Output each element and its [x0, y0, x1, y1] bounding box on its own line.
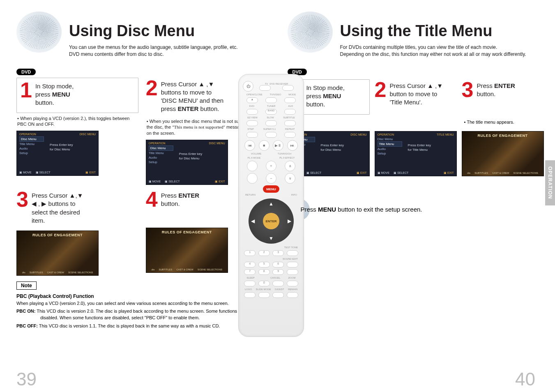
step3-c: select the desired [32, 209, 80, 216]
page-subtitle-b: Depending on the disc, this function may… [340, 51, 526, 58]
osd-exit: EXIT [360, 171, 367, 174]
osd-select: SELECT [168, 180, 180, 183]
osd-disc-menu: OPERATIONDISC MENU Disc Menu Title Menu … [16, 131, 99, 176]
step3-a: Press Cursor ▲,▼ [32, 192, 83, 199]
arrow-down-icon: ▼ [269, 235, 274, 241]
remote-eject-btn: ▲ [246, 97, 258, 103]
remote-info-label: INFO [291, 194, 297, 196]
remote-sleep-btn [244, 281, 256, 286]
remote-return-label: RETURN [245, 194, 256, 196]
movie-cap: dts [151, 268, 154, 271]
osd-top-right: DISC MENU [80, 133, 96, 136]
remote-remain-label: REMAIN [288, 288, 297, 291]
exit-tip-b: button to exit the setup screen. [336, 206, 422, 213]
step1-bold: MENU [52, 91, 70, 98]
osd-select: SELECT [310, 171, 321, 174]
movie-cap: CAST & CREW [492, 172, 509, 174]
remote-ch-up-btn: ∧ [285, 161, 295, 171]
remote-sleep-label: SLEEP [247, 277, 255, 279]
r-step-2: 2 Press Cursor ▲ ,▼ button to move to 'T… [375, 79, 457, 115]
movie-thumbnail: RULES OF ENGAGEMENT dts SUBTITLES CAST &… [16, 231, 99, 276]
step-1: 1 In Stop mode, press MENU button. • Whe… [16, 78, 138, 185]
osd-hint-a: Press Enter key [179, 152, 202, 156]
remote-num-9: 9 [272, 269, 284, 275]
r-step-3: 3 Press ENTER button. [462, 79, 544, 115]
remote-remain-btn [287, 292, 298, 298]
movie-cap: SCENE SELECTIONS [198, 268, 222, 271]
rstep1-a: In Stop mode, [306, 84, 344, 91]
osd-top-right: DISC MENU [350, 133, 366, 136]
step-3: 3 Press Cursor ▲,▼ ◀ , ▶ buttons to sele… [16, 189, 138, 276]
remote-dsp-btn [287, 269, 298, 275]
remote-logo-label: LOGO [245, 288, 252, 291]
step4-bold: ENTER [178, 192, 199, 199]
step4-a: Press [161, 192, 179, 199]
page-subtitle-b: DVD menu contents differ from disc to di… [69, 51, 238, 58]
rstep2-b: button to move to [389, 90, 437, 97]
right-header: Using the Title Menu For DVDs containing… [288, 12, 536, 58]
movie-cap: CAST & CREW [176, 268, 193, 271]
remote-next-btn: ⏭ [287, 140, 298, 151]
pbc-on-b: disabled. When some functions are disabl… [16, 315, 268, 321]
remote-num-6: 6 [272, 262, 284, 267]
remote-num-0: 0 [258, 281, 270, 286]
remote-band-btn: BAND [265, 109, 277, 115]
pbc-off-label: PBC OFF: [16, 323, 38, 328]
remote-testtone-label: TEST TONE [284, 246, 298, 249]
exit-tip-bold: MENU [318, 206, 336, 213]
remote-ch-dn-btn: ∨ [285, 173, 295, 184]
remote-num-3: 3 [272, 250, 284, 256]
step-number: 3 [462, 80, 474, 99]
step-number: 1 [20, 81, 32, 100]
remote-diagram: ⏻ TV DVD RECEIVER OPEN/CLOSETV/VIDEOMODE… [238, 74, 304, 337]
rstep3-bold: ENTER [494, 82, 515, 89]
left-header: Using Disc Menu You can use the menus fo… [16, 12, 268, 58]
rstep2-a: Press Cursor ▲ ,▼ [389, 82, 443, 89]
remote-vol-dn-btn: − [266, 173, 276, 184]
power-icon: ⏻ [243, 81, 253, 92]
osd-hint-b: for Disc Menu [50, 148, 70, 151]
osd-select: SELECT [39, 171, 51, 174]
rstep2-c: 'Title Menu'. [389, 99, 422, 106]
step2-b: buttons to move to [161, 89, 212, 96]
right-page: Using the Title Menu For DVDs containing… [278, 0, 555, 392]
remote-tuning-label: TUNING/CH [278, 152, 291, 155]
section-tab: OPERATION [545, 160, 555, 205]
step2-note-q: "This menu is not supported" [172, 125, 225, 129]
osd-exit: EXIT [219, 180, 225, 183]
step2-d: press [161, 105, 178, 112]
note-body: PBC (Playback Control) Function When pla… [16, 293, 268, 330]
movie-title: RULES OF ENGAGEMENT [146, 228, 228, 236]
remote-logo-btn [244, 292, 256, 298]
remote-digest-label: DIGEST [275, 288, 284, 291]
step1-note: • When playing a VCD (version 2.), this … [16, 115, 138, 128]
osd-move: MOVE [152, 180, 161, 183]
rstep1-c: button. [306, 101, 325, 108]
remote-open-label: OPEN/CLOSE [246, 93, 263, 96]
osd-hint-b: for Title Menu [408, 148, 428, 152]
rstep3-note: • The title menu appears. [462, 120, 544, 125]
remote-mode-label: MODE [288, 93, 296, 96]
remote-tv-label: TV [265, 83, 268, 85]
note-label: Note [16, 281, 37, 290]
step-number: 2 [146, 78, 158, 98]
page-title: Using the Title Menu [340, 22, 526, 40]
remote-num-7: 7 [244, 269, 256, 275]
remote-aux-label: AUX [288, 105, 293, 107]
page-subtitle-a: You can use the menus for the audio lang… [69, 44, 238, 51]
remote-tuner-label: TUNER [267, 105, 276, 107]
remote-plii-mode-btn [247, 161, 258, 171]
osd-item: Title Menu [378, 141, 402, 147]
page-title: Using Disc Menu [69, 22, 238, 40]
step3-d: item. [32, 217, 45, 224]
rstep1-b: press [306, 92, 323, 99]
exit-tip: Press MENU button to exit the setup scre… [288, 198, 536, 221]
pbc-on-a: This VCD disc is version 2.0. The disc i… [35, 309, 253, 314]
remote-rec-label: DVD RECEIVER [269, 83, 288, 85]
osd-move: MOVE [381, 171, 389, 174]
remote-aux-btn [284, 109, 296, 115]
movie-cap: SUBTITLES [159, 268, 172, 271]
arrow-up-icon: ▲ [269, 201, 274, 207]
dvd-badge: DVD [16, 69, 36, 75]
movie-cap: CAST & CREW [47, 271, 64, 274]
